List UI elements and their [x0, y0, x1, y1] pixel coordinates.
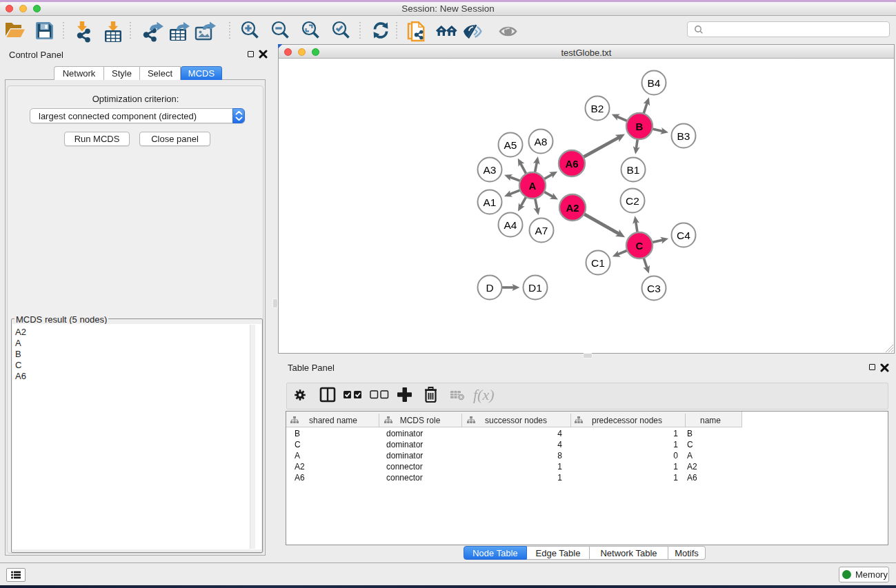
svg-text:C1: C1 — [591, 257, 605, 269]
svg-text:1: 1 — [557, 462, 562, 472]
svg-text:C: C — [636, 240, 644, 252]
svg-text:1: 1 — [557, 473, 562, 483]
svg-text:C3: C3 — [647, 283, 661, 294]
svg-text:B: B — [687, 429, 693, 438]
svg-text:f(x): f(x) — [473, 386, 495, 403]
svg-text:C: C — [295, 440, 301, 449]
svg-text:A1: A1 — [484, 196, 497, 208]
svg-text:1: 1 — [673, 473, 678, 483]
svg-text:shared name: shared name — [309, 416, 357, 425]
svg-text:D1: D1 — [528, 282, 542, 294]
svg-text:A8: A8 — [535, 136, 548, 148]
svg-text:A6: A6 — [565, 158, 578, 170]
svg-text:A: A — [295, 451, 300, 460]
svg-text:A2: A2 — [566, 202, 579, 214]
svg-text:B2: B2 — [591, 103, 604, 114]
svg-text:connector: connector — [386, 462, 423, 472]
svg-text:A: A — [529, 180, 537, 192]
svg-text:A3: A3 — [484, 164, 497, 176]
svg-text:name: name — [700, 416, 721, 425]
svg-text:A: A — [687, 451, 693, 460]
svg-text:A2: A2 — [687, 462, 697, 472]
svg-text:dominator: dominator — [386, 440, 423, 449]
svg-text:C2: C2 — [626, 195, 639, 207]
svg-text:A5: A5 — [504, 139, 517, 151]
svg-text:A2: A2 — [295, 462, 305, 472]
svg-text:A7: A7 — [535, 225, 548, 236]
svg-text:C: C — [687, 440, 693, 449]
svg-text:B: B — [636, 121, 644, 132]
svg-text:4: 4 — [557, 429, 562, 438]
svg-text:A6: A6 — [687, 473, 697, 483]
svg-text:B3: B3 — [677, 130, 690, 142]
svg-text:connector: connector — [386, 473, 423, 483]
svg-text:A6: A6 — [295, 473, 305, 483]
svg-text:B4: B4 — [648, 77, 661, 89]
svg-text:0: 0 — [673, 451, 678, 460]
svg-text:B: B — [295, 429, 300, 438]
svg-text:dominator: dominator — [386, 451, 423, 460]
svg-text:A4: A4 — [504, 219, 517, 231]
svg-text:successor nodes: successor nodes — [485, 416, 547, 425]
svg-text:8: 8 — [557, 451, 562, 460]
svg-text:1: 1 — [673, 462, 678, 472]
svg-text:C4: C4 — [677, 230, 690, 241]
svg-text:4: 4 — [557, 440, 562, 449]
svg-text:1: 1 — [673, 440, 678, 449]
svg-text:MCDS role: MCDS role — [400, 416, 441, 425]
svg-text:dominator: dominator — [386, 429, 423, 438]
svg-text:predecessor nodes: predecessor nodes — [592, 416, 662, 425]
svg-text:D: D — [486, 282, 493, 294]
svg-text:1: 1 — [673, 429, 678, 438]
svg-text:B1: B1 — [627, 164, 640, 176]
